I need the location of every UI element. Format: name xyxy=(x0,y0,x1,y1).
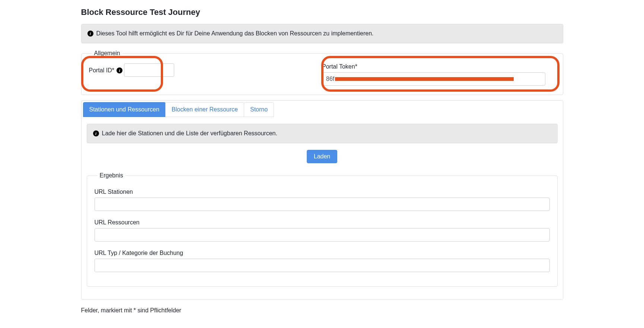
url-stationen-input[interactable] xyxy=(95,198,550,211)
intro-alert: i Dieses Tool hilft ermöglicht es Dir fü… xyxy=(81,24,563,43)
tab-info-alert: i Lade hier die Stationen und die Liste … xyxy=(87,124,558,143)
portal-id-label-text: Portal ID* xyxy=(89,67,114,74)
load-button[interactable]: Laden xyxy=(307,150,338,163)
info-icon: i xyxy=(87,31,93,37)
url-ressourcen-input[interactable] xyxy=(95,228,550,242)
portal-id-label: Portal ID* i xyxy=(89,67,122,74)
info-icon: i xyxy=(93,130,99,136)
legend-ergebnis: Ergebnis xyxy=(98,172,125,179)
fieldset-ergebnis: Ergebnis URL Stationen URL Ressourcen UR… xyxy=(87,172,558,287)
legend-allgemein: Allgemein xyxy=(92,50,122,57)
url-ressourcen-label: URL Ressourcen xyxy=(95,219,550,226)
info-icon[interactable]: i xyxy=(117,67,122,73)
tab-info-text: Lade hier die Stationen und die Liste de… xyxy=(102,130,277,137)
tab-storno[interactable]: Storno xyxy=(244,102,274,117)
url-typ-input[interactable] xyxy=(95,259,550,272)
portal-id-input[interactable] xyxy=(124,63,174,77)
portal-token-input[interactable]: 86f xyxy=(322,72,545,86)
url-typ-label: URL Typ / Kategorie der Buchung xyxy=(95,250,550,256)
portal-token-label: Portal Token* xyxy=(322,63,555,70)
required-fields-note: Felder, markiert mit * sind Pflichtfelde… xyxy=(81,307,563,314)
tabs-card: Stationen und Ressourcen Blocken einer R… xyxy=(81,100,563,300)
url-stationen-label: URL Stationen xyxy=(95,189,550,195)
tab-blocken-ressource[interactable]: Blocken einer Ressource xyxy=(165,102,244,117)
page-title: Block Ressource Test Journey xyxy=(81,7,563,17)
tab-body-stationen: i Lade hier die Stationen und die Liste … xyxy=(83,124,561,287)
portal-token-value-prefix: 86f xyxy=(326,76,334,82)
tab-stationen-ressourcen[interactable]: Stationen und Ressourcen xyxy=(83,102,166,117)
intro-alert-text: Dieses Tool hilft ermöglicht es Dir für … xyxy=(96,30,374,37)
nav-tabs: Stationen und Ressourcen Blocken einer R… xyxy=(83,102,561,117)
redacted-token xyxy=(335,77,514,81)
fieldset-allgemein: Allgemein Portal ID* i Portal Token* 86f xyxy=(81,50,563,95)
